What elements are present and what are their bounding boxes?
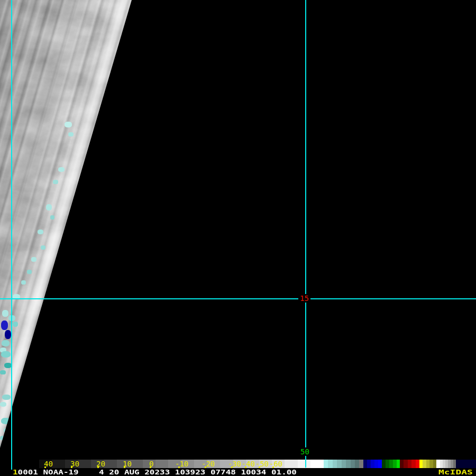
cold-cloud-patch xyxy=(13,322,18,327)
colorbar-segment xyxy=(456,460,476,469)
longitude-label: 50 xyxy=(299,447,311,456)
colorbar-segment xyxy=(389,460,393,469)
enhancement-colorbar[interactable]: (C) 403020100-10-20-30-40-50-60 xyxy=(0,460,476,469)
satellite-image-swath[interactable] xyxy=(0,0,139,461)
cold-cloud-patch xyxy=(46,204,52,210)
cold-cloud-patch xyxy=(1,444,5,448)
cold-cloud-patch xyxy=(0,436,6,440)
cold-cloud-patch xyxy=(50,215,54,219)
colorbar-segment xyxy=(378,460,382,469)
colorbar-segment xyxy=(400,460,404,469)
image-annotation: 10001 NOAA-19 4 20 AUG 20233 103923 0774… xyxy=(13,469,297,475)
cold-cloud-patch xyxy=(27,270,32,274)
frame-number: 1 xyxy=(13,468,18,476)
longitude-gridline-50e[interactable] xyxy=(305,0,306,468)
colorbar-segment xyxy=(285,460,298,469)
colorbar-segment xyxy=(78,460,91,469)
colorbar-tick-label: -60 xyxy=(269,460,282,468)
cold-cloud-patch xyxy=(4,363,12,368)
colorbar-tick-label: -40 xyxy=(242,460,255,468)
colorbar-tick-label: -10 xyxy=(175,460,188,468)
cold-cloud-patch xyxy=(68,132,74,136)
colorbar-segment xyxy=(393,460,397,469)
colorbar-segment xyxy=(155,460,168,469)
cold-cloud-patch xyxy=(38,230,43,234)
colorbar-segment xyxy=(416,460,419,469)
annotation-text: 0001 NOAA-19 4 20 AUG 20233 103923 07748… xyxy=(18,468,297,476)
latitude-gridline-15n[interactable] xyxy=(0,298,476,299)
swath-light-streaks xyxy=(0,0,139,461)
cold-cloud-patch xyxy=(5,330,11,339)
colorbar-tick-label: -20 xyxy=(202,460,215,468)
colorbar-tick-label: -30 xyxy=(228,460,241,468)
colorbar-tick-label: -50 xyxy=(255,460,269,468)
cold-cloud-patch xyxy=(1,418,11,424)
colorbar-segment xyxy=(408,460,411,469)
colorbar-segment xyxy=(386,460,389,469)
cold-cloud-patch xyxy=(2,310,8,317)
cold-cloud-patch xyxy=(65,122,72,127)
colorbar-segment xyxy=(342,460,346,469)
colorbar-segment xyxy=(404,460,408,469)
colorbar-segment xyxy=(337,460,342,469)
colorbar-segment xyxy=(52,460,65,469)
colorbar-segment xyxy=(333,460,337,469)
colorbar-segment xyxy=(355,460,359,469)
colorbar-segment xyxy=(371,460,374,469)
cold-cloud-patch xyxy=(58,167,65,172)
colorbar-segment xyxy=(324,460,328,469)
colorbar-segment xyxy=(351,460,355,469)
cold-cloud-patch xyxy=(0,370,6,374)
colorbar-segment xyxy=(436,460,440,469)
cold-cloud-patch xyxy=(21,280,26,285)
cold-cloud-patch xyxy=(1,321,8,330)
colorbar-segment xyxy=(411,460,416,469)
colorbar-segment xyxy=(363,460,367,469)
longitude-gridline-left[interactable] xyxy=(11,0,12,470)
colorbar-segment xyxy=(328,460,333,469)
colorbar-segment xyxy=(382,460,386,469)
colorbar-segment xyxy=(359,460,363,469)
colorbar-segment xyxy=(429,460,433,469)
annotation-row: 10001 NOAA-19 4 20 AUG 20233 103923 0774… xyxy=(0,468,476,476)
latitude-label: 15 xyxy=(298,294,310,303)
cold-cloud-patch xyxy=(1,351,11,358)
colorbar-segment xyxy=(346,460,351,469)
mcidas-display: 15 50 (C) 403020100-10-20-30-40-50-60 10… xyxy=(0,0,476,476)
cold-cloud-patch xyxy=(4,428,11,433)
colorbar-segment xyxy=(423,460,426,469)
cold-cloud-patch xyxy=(41,245,45,250)
colorbar-segment xyxy=(104,460,117,469)
colorbar-segment xyxy=(374,460,378,469)
mcidas-brand-label: McIDAS xyxy=(438,469,473,475)
cold-cloud-patch xyxy=(2,395,11,400)
cold-cloud-patch xyxy=(53,180,58,184)
cold-cloud-patch xyxy=(0,402,6,407)
cold-cloud-patch xyxy=(31,257,36,262)
colorbar-segment xyxy=(367,460,371,469)
colorbar-segment xyxy=(310,460,324,469)
cold-cloud-patch xyxy=(2,340,10,346)
colorbar-segment xyxy=(298,460,310,469)
